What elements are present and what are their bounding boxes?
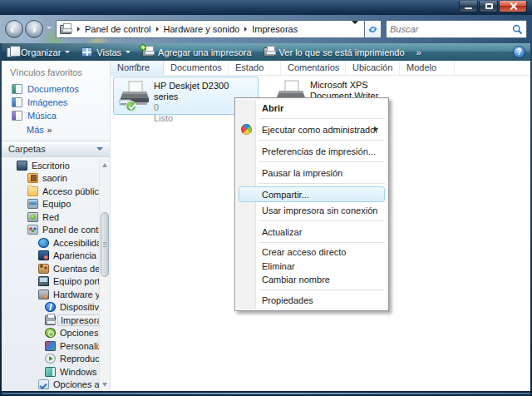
breadcrumb-separator-icon bbox=[156, 27, 159, 32]
menu-item-abrir[interactable]: Abrir bbox=[237, 100, 387, 116]
tree-item-panel-de-control[interactable]: Panel de control bbox=[2, 224, 99, 237]
tree-item-opciones-adicionales[interactable]: Opciones adici bbox=[2, 379, 99, 392]
sidebar-item-imagenes[interactable]: Imágenes bbox=[2, 96, 110, 109]
menu-separator bbox=[237, 240, 387, 245]
sidebar-item-musica[interactable]: Música bbox=[2, 109, 110, 122]
status-ready-badge bbox=[126, 101, 136, 111]
tree-item-hardware-sonido[interactable]: Hardware y so bbox=[2, 288, 99, 301]
pictures-folder-icon bbox=[12, 97, 22, 107]
close-button[interactable] bbox=[499, 1, 527, 12]
personalization-icon bbox=[45, 341, 56, 351]
hardware-sound-icon bbox=[38, 290, 49, 299]
tree-item-opciones-energia[interactable]: Opciones de bbox=[2, 327, 99, 340]
title-bar[interactable] bbox=[0, 0, 532, 15]
tree-item-cuentas-usuario[interactable]: Cuentas de usu bbox=[2, 262, 99, 275]
tree-item-apariencia[interactable]: Apariencia y p bbox=[2, 250, 99, 263]
column-header-ubicacion[interactable]: Ubicación bbox=[346, 61, 400, 75]
tree-item-windows-sideshow[interactable]: Windows Sid bbox=[2, 365, 99, 379]
sidebar-item-documentos[interactable]: Documentos bbox=[2, 82, 110, 96]
network-icon bbox=[27, 212, 38, 222]
menu-item-ejecutar-como-administrador[interactable]: Ejecutar como administrador bbox=[237, 121, 387, 137]
toolbar-overflow-button[interactable]: » bbox=[416, 47, 422, 57]
add-printer-button[interactable]: Agregar una impresora bbox=[142, 47, 252, 57]
additional-options-icon bbox=[38, 379, 49, 389]
breadcrumb-item[interactable]: Hardware y sonido bbox=[161, 22, 243, 36]
menu-item-cambiar-nombre[interactable]: Cambiar nombre bbox=[237, 273, 387, 287]
tree-scrollbar[interactable] bbox=[99, 159, 110, 391]
printer-icon bbox=[45, 315, 56, 325]
tree-item-impresoras[interactable]: Impresoras bbox=[2, 314, 99, 327]
breadcrumb-separator-icon bbox=[244, 27, 247, 32]
tree-item-equipo[interactable]: Equipo bbox=[2, 198, 99, 211]
column-header-comentarios[interactable]: Comentarios bbox=[281, 61, 346, 75]
column-header-estado[interactable]: Estado bbox=[229, 61, 281, 75]
scroll-up-button[interactable] bbox=[100, 159, 110, 171]
tree-item-red[interactable]: Red bbox=[2, 210, 99, 224]
menu-item-crear-acceso-directo[interactable]: Crear acceso directo bbox=[237, 245, 387, 260]
maximize-icon bbox=[485, 3, 493, 9]
favorites-title: Vínculos favoritos bbox=[2, 61, 110, 82]
search-icon[interactable] bbox=[512, 24, 523, 35]
refresh-icon bbox=[367, 24, 378, 35]
more-label: Más bbox=[27, 125, 44, 135]
menu-item-actualizar[interactable]: Actualizar bbox=[237, 224, 387, 240]
computer-icon bbox=[27, 199, 38, 209]
tree-item-saorin[interactable]: saorin bbox=[2, 172, 99, 186]
chevron-down-icon bbox=[96, 147, 103, 154]
folders-band[interactable]: Carpetas bbox=[2, 141, 110, 157]
user-accounts-icon bbox=[38, 264, 49, 274]
address-dropdown-button[interactable] bbox=[347, 24, 362, 34]
menu-item-compartir[interactable]: Compartir... bbox=[237, 186, 387, 202]
more-links-button[interactable]: Más» bbox=[2, 122, 110, 137]
address-bar[interactable]: Panel de control Hardware y sonido Impre… bbox=[56, 20, 365, 38]
tree-item-personalizacion[interactable]: Personalizaci bbox=[2, 339, 99, 353]
folder-tree: Escritorio saorin Acceso público Equipo … bbox=[2, 159, 99, 391]
menu-item-usar-impresora-sin-conexion[interactable]: Usar impresora sin conexión bbox=[237, 202, 387, 218]
tree-item-acceso-publico[interactable]: Acceso público bbox=[2, 185, 99, 198]
help-button[interactable]: ? bbox=[513, 46, 525, 58]
menu-item-eliminar[interactable]: Eliminar bbox=[237, 260, 387, 274]
forward-button[interactable] bbox=[25, 20, 43, 38]
breadcrumb-item[interactable]: Panel de control bbox=[82, 22, 154, 36]
minimize-button[interactable] bbox=[459, 1, 478, 12]
tree-item-reproduccion[interactable]: Reproducció bbox=[2, 353, 99, 366]
column-header-modelo[interactable]: Modelo bbox=[400, 61, 455, 75]
views-icon bbox=[81, 47, 92, 57]
menu-item-pausar-la-impresion[interactable]: Pausar la impresión bbox=[237, 165, 387, 181]
context-menu: Abrir Ejecutar como administrador Prefer… bbox=[234, 97, 389, 311]
menu-item-preferencias-de-impresion[interactable]: Preferencias de impresión... bbox=[237, 143, 387, 159]
column-header-documentos[interactable]: Documentos bbox=[164, 61, 229, 75]
menu-item-propiedades[interactable]: Propiedades bbox=[237, 293, 387, 309]
folder-icon bbox=[27, 186, 38, 196]
views-button[interactable]: Vistas bbox=[81, 47, 131, 57]
breadcrumb-separator-icon bbox=[77, 27, 80, 32]
view-printing-label: Ver lo que se está imprimiendo bbox=[279, 47, 405, 57]
back-button[interactable] bbox=[5, 20, 23, 38]
breadcrumb-item[interactable]: Impresoras bbox=[249, 22, 300, 36]
search-input[interactable] bbox=[390, 24, 512, 34]
recent-pages-dropdown[interactable] bbox=[47, 27, 52, 32]
column-header-nombre[interactable]: Nombre bbox=[111, 61, 164, 75]
windows-sideshow-icon bbox=[45, 367, 56, 377]
menu-separator bbox=[237, 159, 387, 165]
minimize-icon bbox=[465, 7, 472, 9]
tree-item-accesibilidad[interactable]: Accesibilidad bbox=[2, 236, 99, 250]
tree-item-equipo-portatil[interactable]: Equipo portátil bbox=[2, 275, 99, 289]
printer-icon bbox=[117, 81, 150, 111]
organize-button[interactable]: Organizar bbox=[7, 47, 70, 57]
refresh-button[interactable] bbox=[365, 20, 382, 38]
add-printer-icon bbox=[142, 47, 154, 57]
maximize-button[interactable] bbox=[479, 1, 498, 12]
view-printing-button[interactable]: Ver lo que se está imprimiendo bbox=[264, 47, 405, 57]
scroll-down-button[interactable] bbox=[100, 379, 110, 391]
laptop-icon bbox=[38, 276, 49, 286]
forward-icon bbox=[33, 27, 37, 33]
chevron-down-icon bbox=[65, 51, 70, 56]
tree-item-escritorio[interactable]: Escritorio bbox=[2, 159, 99, 172]
autoplay-icon bbox=[45, 354, 56, 364]
search-box[interactable] bbox=[386, 20, 527, 38]
menu-highlight bbox=[239, 186, 385, 202]
menu-separator bbox=[237, 287, 387, 293]
tree-item-dispositivos[interactable]: Dispositivos bbox=[2, 301, 99, 314]
scrollbar-thumb[interactable] bbox=[101, 212, 109, 277]
